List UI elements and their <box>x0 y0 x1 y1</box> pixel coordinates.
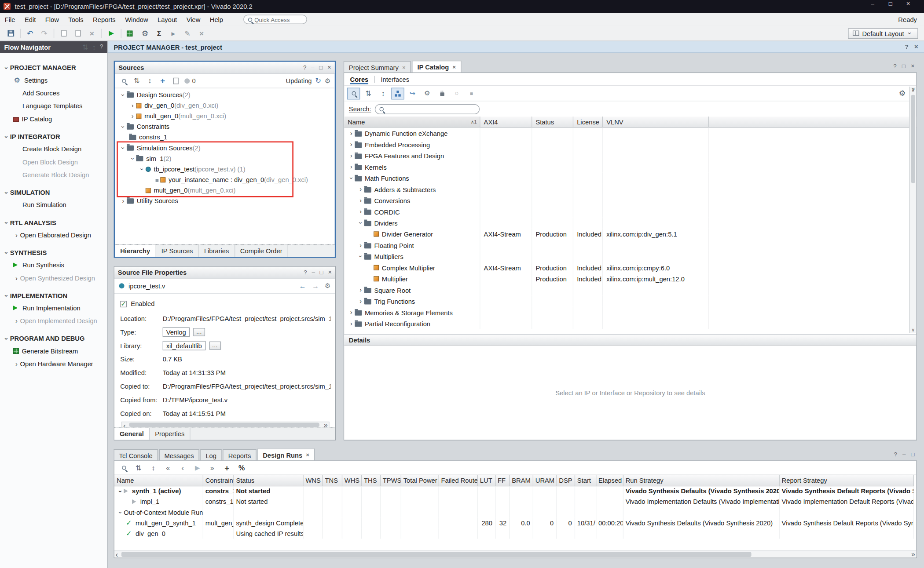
flow-nav-row[interactable]: Add Sources <box>0 87 107 99</box>
scrollbar-thumb[interactable] <box>911 95 915 183</box>
search-button[interactable] <box>347 87 360 99</box>
expander-icon[interactable] <box>129 113 136 119</box>
tab-close-icon[interactable] <box>402 62 406 73</box>
menu-item[interactable]: Tools <box>64 13 88 25</box>
quick-access-input[interactable] <box>254 16 301 23</box>
flow-nav-row[interactable]: PROGRAM AND DEBUG <box>0 333 107 345</box>
chevron-icon[interactable] <box>3 335 10 342</box>
chevron-icon[interactable] <box>3 249 10 256</box>
interfaces-button[interactable] <box>436 87 448 99</box>
menu-item[interactable]: Edit <box>20 13 40 25</box>
column-header-axi4[interactable]: AXI4 <box>480 117 532 127</box>
chevron-icon[interactable] <box>3 133 10 140</box>
runs-column-header[interactable]: Report Strategy <box>779 475 913 486</box>
flow-nav-row[interactable]: RTL ANALYSIS <box>0 217 107 229</box>
catalog-search-box[interactable] <box>375 104 480 114</box>
expander-icon[interactable] <box>129 155 136 162</box>
redo-button[interactable] <box>37 27 51 40</box>
tree-row[interactable]: tb_ipcore_test (ipcore_test.v) (1) <box>115 164 335 174</box>
flow-nav-row[interactable]: Open Implemented Design <box>0 314 107 327</box>
tab-close-icon[interactable] <box>306 450 309 460</box>
save-project-button[interactable] <box>4 27 18 40</box>
utilization-button[interactable] <box>235 462 248 474</box>
expand-all-button[interactable] <box>377 87 389 99</box>
search-button[interactable] <box>117 462 130 474</box>
refresh-icon[interactable] <box>315 77 321 84</box>
chevron-icon[interactable] <box>13 360 20 367</box>
runs-column-header[interactable]: LUT <box>477 475 495 486</box>
close-icon[interactable] <box>328 269 332 276</box>
open-file-button[interactable] <box>169 75 182 87</box>
expander-icon[interactable] <box>357 219 364 226</box>
expander-icon[interactable] <box>357 197 364 204</box>
document-tab[interactable]: IP Catalog <box>412 61 461 73</box>
runs-column-header[interactable]: Run Strategy <box>623 475 779 486</box>
expander-icon[interactable] <box>348 164 355 170</box>
step-button[interactable] <box>166 27 180 40</box>
runs-column-header[interactable]: TNS <box>323 475 342 486</box>
document-tab[interactable]: Project Summary <box>344 61 411 73</box>
column-header-vlnv[interactable]: VLNV <box>603 117 709 127</box>
tab-cores[interactable]: Cores <box>350 74 369 84</box>
menu-item[interactable]: Reports <box>88 13 120 25</box>
catalog-row[interactable]: Multiplier Production Included xilinx.co… <box>344 273 916 284</box>
expander-icon[interactable] <box>129 102 136 109</box>
help-icon[interactable] <box>304 269 307 276</box>
catalog-row[interactable]: Partial Reconfiguration <box>344 318 916 329</box>
maximize-icon[interactable] <box>902 63 906 69</box>
flow-nav-row[interactable]: Open Block Design <box>0 156 107 168</box>
runs-column-header[interactable]: Failed Routes <box>438 475 477 486</box>
expander-icon[interactable] <box>120 144 127 151</box>
catalog-row[interactable]: Dividers <box>344 217 916 228</box>
collapse-all-button[interactable] <box>132 462 145 474</box>
collapse-all-icon[interactable] <box>82 44 88 51</box>
chevron-icon[interactable] <box>13 232 20 238</box>
catalog-row[interactable]: Floating Point <box>344 240 916 251</box>
catalog-row[interactable]: Memories & Storage Elements <box>344 307 916 318</box>
expander-icon[interactable] <box>348 320 355 327</box>
maximize-icon[interactable] <box>911 451 914 458</box>
flow-nav-row[interactable]: Run Simulation <box>0 198 107 211</box>
scrollbar-thumb[interactable] <box>121 552 752 557</box>
catalog-row[interactable]: Conversions <box>344 195 916 206</box>
flow-nav-row[interactable]: IP Catalog <box>0 113 107 125</box>
catalog-row[interactable]: Divider Generator AXI4-Stream Production… <box>344 229 916 240</box>
catalog-row[interactable]: Multipliers <box>344 251 916 262</box>
expander-icon[interactable] <box>348 175 355 182</box>
run-selected-button[interactable] <box>191 462 204 474</box>
catalog-row[interactable]: Adders & Subtracters <box>344 184 916 195</box>
catalog-row[interactable]: Square Root <box>344 284 916 295</box>
bottom-tab[interactable]: Log <box>200 449 222 461</box>
runs-column-header[interactable]: TPWS <box>380 475 401 486</box>
vertical-scrollbar[interactable]: ∧ ∨ <box>909 87 917 333</box>
chevron-icon[interactable] <box>13 275 20 281</box>
flow-nav-row[interactable]: IMPLEMENTATION <box>0 290 107 302</box>
expand-all-icon[interactable] <box>92 44 96 51</box>
scroll-left-icon[interactable] <box>116 550 118 558</box>
paste-button[interactable] <box>71 27 85 40</box>
flow-nav-row[interactable]: Open Elaborated Design <box>0 229 107 241</box>
expander-icon[interactable] <box>117 509 124 516</box>
chevron-icon[interactable] <box>13 318 20 324</box>
maximize-button[interactable] <box>889 0 906 13</box>
scroll-down-icon[interactable]: ∨ <box>910 328 917 333</box>
expander-icon[interactable] <box>348 153 355 159</box>
expander-icon[interactable] <box>357 253 364 260</box>
expand-all-button[interactable] <box>143 75 156 87</box>
chevron-icon[interactable] <box>3 292 10 299</box>
expander-icon[interactable] <box>357 287 364 293</box>
help-icon[interactable] <box>905 44 908 50</box>
runs-column-header[interactable]: Constraints <box>203 475 234 486</box>
bottom-tab[interactable]: Messages <box>159 449 199 461</box>
collapse-all-button[interactable] <box>362 87 374 99</box>
catalog-row[interactable]: CORDIC <box>344 206 916 217</box>
flow-nav-row[interactable]: PROJECT MANAGER <box>0 62 107 74</box>
tree-row[interactable]: mult_gen_0 (mult_gen_0.xci) <box>115 185 335 196</box>
edit-button[interactable] <box>180 27 194 40</box>
expander-icon[interactable] <box>348 141 355 148</box>
scroll-up-icon[interactable]: ∧ <box>910 87 917 92</box>
create-run-button[interactable] <box>220 462 233 474</box>
column-header-name[interactable]: Name ∧1 <box>344 117 480 127</box>
browse-button[interactable]: … <box>193 328 205 336</box>
go-next-button[interactable] <box>205 462 218 474</box>
